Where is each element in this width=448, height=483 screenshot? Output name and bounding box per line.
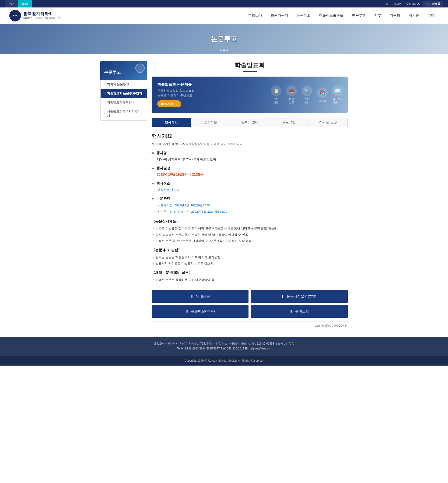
event-date-label: ✏ 행사일정 xyxy=(152,166,348,170)
cancel-item-1: 발표된 논문은 학술발표회 이후 취소가 불가능함 xyxy=(152,254,348,261)
pencil-icon-1: ✏ xyxy=(152,151,154,155)
paper-label: ✏ 논문관련 xyxy=(152,196,348,201)
sidebar-menu: » 학회지 논문투고 » 학술발표회 논문투고/참가 » 학술발표회등록안내 »… xyxy=(100,80,147,121)
tab-notice[interactable]: 공지사항 xyxy=(191,118,230,127)
paper-info: 제출기한 :2022년 8월 18일(목) 24:00 논문수정 및 취소기한 … xyxy=(152,202,348,215)
hero-banner: 논문투고 xyxy=(0,24,448,54)
download-example-btn[interactable]: ⬇ 논문예문(22추) xyxy=(152,305,248,318)
sidebar-header: 논문투고 xyxy=(100,61,147,80)
cancel-title: 〈논문 취소 관련〉 xyxy=(152,248,348,252)
event-name-label: ✏ 행사명 xyxy=(152,151,348,155)
paper-block: ✏ 논문관련 제출기한 :2022년 8월 18일(목) 24:00 논문수정 … xyxy=(152,196,348,215)
nav-item-board[interactable]: 게시판 xyxy=(404,11,423,20)
tab-registration-fee[interactable]: 등록비 안내 xyxy=(230,118,270,127)
lang-eng-btn[interactable]: ENG xyxy=(18,0,32,8)
event-name-value: 제55회 정기총회 및 2022추계학술발표회 xyxy=(152,157,348,162)
footer-copyright: Copyright 1999 ⓒ Korean Nuclear Society … xyxy=(0,356,448,366)
tab-program[interactable]: 프로그램 xyxy=(269,118,308,127)
sidebar-item-registration-confirm[interactable]: » 학술발표회등록확인페이지 xyxy=(101,107,147,121)
login-link[interactable]: 로그인 xyxy=(392,2,404,6)
logo-text-wrap: 한국원자력학회 KOREAN NUCLEAR SOCIETY xyxy=(23,12,61,19)
hero-dot-3[interactable] xyxy=(226,49,228,51)
download-code-label: 분야코드 xyxy=(295,309,309,313)
banner-card: 학술발표회 논문제출 한국원자력학회 학술발표회 논문을 제출하여 주십시오. … xyxy=(152,77,348,113)
banner-icon-paper-apply: 📋 논문신청 xyxy=(271,85,281,104)
cancel-list: 발표된 논문은 학술발표회 이후 취소가 불가능함 발표자의 사정으로 미발표된… xyxy=(152,254,348,267)
tab-overview[interactable]: 행사개요 xyxy=(152,118,191,127)
nav-item-papers[interactable]: 논문투고 xyxy=(292,11,315,20)
fee-list: 채택된 논문은 등록비를 필히 납부하여야 함 xyxy=(152,277,348,283)
paper-deadline-item: 제출기한 :2022년 8월 18일(목) 24:00 xyxy=(157,202,348,209)
banner-text: 학술발표회 논문제출 한국원자력학회 학술발표회 논문을 제출하여 주십시오. … xyxy=(157,82,195,107)
event-name-block: ✏ 행사명 제55회 정기총회 및 2022추계학술발표회 xyxy=(152,151,348,162)
arrow-right-icon: → xyxy=(175,102,177,106)
lang-kor-btn[interactable]: KOR xyxy=(5,0,18,8)
review-item-3: 발표된 논문 중 우수논문을 선정하여, 2022 추계학술발표회시 시상 예정 xyxy=(152,238,348,244)
tab-bar: 행사개요 공지사항 등록비 안내 프로그램 2022년 일정 xyxy=(152,118,348,127)
fee-section: 〈채택논문 등록비 납부〉 채택된 논문은 등록비를 필히 납부하여야 함 xyxy=(152,270,348,283)
download-writing-btn[interactable]: ⬇ 논문작성요령(22추) xyxy=(251,290,348,303)
banner-goto-button[interactable]: 바로가기 → xyxy=(157,100,181,107)
event-place-block: ✏ 행사장소 창원컨벤션센터 xyxy=(152,181,348,192)
hero-title: 논문투고 xyxy=(211,34,237,43)
section-intro: 제55회 정기총회 및 2022추계학술발표회를 아래와 같이 개최합니다. xyxy=(152,142,348,146)
nav-item-publications[interactable]: 학술정보출판물 xyxy=(315,11,348,20)
download-icon-3: ⬇ xyxy=(185,309,189,314)
fee-item-1: 채택된 논문은 등록비를 필히 납부하여야 함 xyxy=(152,277,348,283)
hero-dots xyxy=(220,49,228,51)
nav-item-member[interactable]: 회원라운지 xyxy=(266,11,292,20)
sidebar-title: 논문투고 xyxy=(104,70,121,75)
download-code-btn[interactable]: ⬇ 분야코드 xyxy=(251,305,348,318)
banner-desc: 한국원자력학회 학술발표회 논문을 제출하여 주십시오. xyxy=(157,89,195,98)
hero-dot-2[interactable] xyxy=(223,49,225,51)
sidebar-item-registration-guide[interactable]: » 학술발표회등록안내 xyxy=(101,98,147,107)
logo-area[interactable]: KNS 한국원자력학회 KOREAN NUCLEAR SOCIETY xyxy=(9,10,61,22)
nav-item-research[interactable]: 연구부회 xyxy=(348,11,370,20)
banner-icon-registration: 📤 등록신청 xyxy=(286,85,297,104)
download-writing-label: 논문작성요령(22추) xyxy=(287,294,318,299)
review-item-2: 심사 과정에서 논문제출시 선택한 분야 및 발표형식이 변경될 수 있음 xyxy=(152,232,348,238)
sidebar-item-journal[interactable]: » 학회지 논문투고 xyxy=(101,80,147,89)
contact-link[interactable]: Contact Us xyxy=(405,2,422,5)
tab-schedule[interactable]: 2022년 일정 xyxy=(308,118,347,127)
pencil-icon-3: ✏ xyxy=(152,182,154,185)
download-icon-2: ⬇ xyxy=(281,294,284,299)
fee-title: 〈채택논문 등록비 납부〉 xyxy=(152,270,348,275)
last-modified: Last Modified : 2022.06.14 xyxy=(152,321,348,327)
main-wrap: 논문투고 » 학회지 논문투고 » 학술발표회 논문투고/참가 » 학술발표회등… xyxy=(96,61,352,327)
sidebar-item-conference[interactable]: » 학술발표회 논문투고/참가 xyxy=(101,89,147,98)
download-guide-btn[interactable]: ⬇ 안내공문 xyxy=(152,290,248,303)
event-date-value: 2022년 10월 19일(수) ~ 21일(금) xyxy=(152,172,348,177)
review-system-list: 논문은 미발표된 것이어야 하여 해당 연구부회별로 심사를 통해 채택된 논문… xyxy=(152,226,348,244)
title-divider xyxy=(243,71,257,72)
banner-icon-submit: ✉️ 발표자료제출 xyxy=(332,85,343,104)
site-footer: (34166) 대전광역시 유성구 유성대로 794, 4층(자대동, 뉴트피아… xyxy=(0,337,448,356)
sitemap-button[interactable]: 사이트맵 ☰ xyxy=(423,1,443,7)
cancel-item-2: 발표자의 사정으로 미발표된 논문은 취소됨 xyxy=(152,261,348,267)
pencil-icon-2: ✏ xyxy=(152,166,154,170)
download-grid: ⬇ 안내공문 ⬇ 논문작성요령(22추) ⬇ 논문예문(22추) ⬇ 분야코드 xyxy=(152,290,348,318)
nav-item-branch[interactable]: 지부 xyxy=(370,11,385,20)
download-example-label: 논문예문(22추) xyxy=(191,309,215,313)
main-content: 학술발표회 학술발표회 논문제출 한국원자력학회 학술발표회 논문을 제출하여 … xyxy=(152,61,348,327)
sitemap-label: 사이트맵 xyxy=(426,2,437,6)
banner-icon-proceedings: 📚 논문집 xyxy=(317,87,328,102)
banner-heading: 학술발표회 논문제출 xyxy=(157,82,195,87)
logo-icon: KNS xyxy=(9,10,21,22)
nav-item-other[interactable]: 기타 xyxy=(423,11,439,20)
sidebar: 논문투고 » 학회지 논문투고 » 학술발표회 논문투고/참가 » 학술발표회등… xyxy=(100,61,147,327)
event-place-label: ✏ 행사장소 xyxy=(152,181,348,186)
nav-item-committee[interactable]: 위원회 xyxy=(385,11,404,20)
event-place-value: 창원컨벤션센터 xyxy=(152,187,348,192)
top-bar: KOR ENG 홈 로그인 Contact Us 사이트맵 ☰ xyxy=(0,0,448,8)
pencil-icon-4: ✏ xyxy=(152,197,154,201)
banner-icon-review: 🔍 논문심사 xyxy=(302,85,312,104)
review-system-section: 〈논문심사제도〉 논문은 미발표된 것이어야 하여 해당 연구부회별로 심사를 … xyxy=(152,219,348,244)
review-item-1: 논문은 미발표된 것이어야 하여 해당 연구부회별로 심사를 통해 채택된 논문… xyxy=(152,226,348,232)
logo-subtitle: KOREAN NUCLEAR SOCIETY xyxy=(23,17,61,19)
nav-item-about[interactable]: 학회소개 xyxy=(244,11,266,20)
site-header: KNS 한국원자력학회 KOREAN NUCLEAR SOCIETY 학회소개 … xyxy=(0,8,448,24)
hero-dot-1[interactable] xyxy=(220,49,222,51)
paper-modify-item: 논문수정 및 취소기한 :2022년 8월 22일(월) 24:00 xyxy=(157,209,348,215)
home-link[interactable]: 홈 xyxy=(384,2,391,6)
